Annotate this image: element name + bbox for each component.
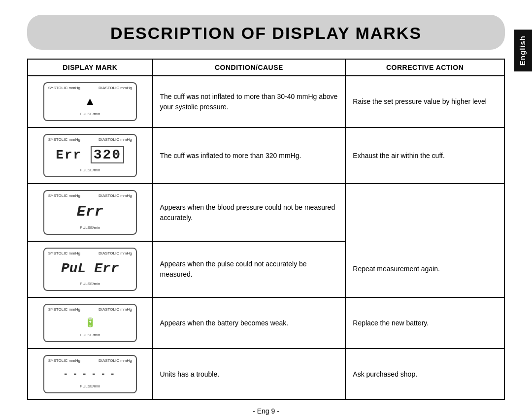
screen-labels-6: SYSTOLIC mmHg DIASTOLIC mmHg bbox=[48, 358, 132, 364]
table-row: SYSTOLIC mmHg DIASTOLIC mmHg Err 320 PUL… bbox=[28, 128, 504, 184]
screen-6: SYSTOLIC mmHg DIASTOLIC mmHg - - - - - -… bbox=[43, 355, 137, 393]
diastolic-label: DIASTOLIC mmHg bbox=[99, 307, 132, 313]
description-table: DISPLAY MARK CONDITION/CAUSE CORRECTIVE … bbox=[27, 59, 505, 400]
screen-4: SYSTOLIC mmHg DIASTOLIC mmHg PuL Err PUL… bbox=[43, 248, 137, 291]
corrective-cell-4: Repeat measurement again. bbox=[345, 241, 504, 297]
screen-labels-2: SYSTOLIC mmHg DIASTOLIC mmHg bbox=[48, 137, 132, 143]
battery-icon: 🔋 bbox=[85, 316, 96, 329]
err-320-display: Err 320 bbox=[56, 145, 124, 165]
corrective-cell-6: Ask purchased shop. bbox=[345, 349, 504, 400]
err-display: Err bbox=[77, 201, 103, 223]
systolic-label: SYSTOLIC mmHg bbox=[48, 307, 80, 313]
condition-cell-6: Units has a trouble. bbox=[153, 349, 346, 400]
screen-5: SYSTOLIC mmHg DIASTOLIC mmHg 🔋 PULSE/min bbox=[43, 304, 137, 342]
screen-bottom-4: PULSE/min bbox=[48, 281, 132, 287]
screen-3: SYSTOLIC mmHg DIASTOLIC mmHg Err PULSE/m… bbox=[43, 190, 137, 235]
condition-cell-2: The cuff was inflated to more than 320 m… bbox=[153, 128, 346, 184]
footer-text: - Eng 9 - bbox=[253, 407, 279, 415]
table-header-row: DISPLAY MARK CONDITION/CAUSE CORRECTIVE … bbox=[28, 59, 504, 76]
screen-bottom-6: PULSE/min bbox=[48, 383, 132, 389]
screen-labels-5: SYSTOLIC mmHg DIASTOLIC mmHg bbox=[48, 307, 132, 313]
screen-bottom-5: PULSE/min bbox=[48, 332, 132, 338]
screen-content-2: Err 320 bbox=[48, 144, 132, 166]
diastolic-label: DIASTOLIC mmHg bbox=[99, 358, 132, 364]
corrective-cell-5: Replace the new battery. bbox=[345, 297, 504, 349]
display-mark-cell-6: SYSTOLIC mmHg DIASTOLIC mmHg - - - - - -… bbox=[28, 349, 153, 400]
screen-content-6: - - - - - - bbox=[48, 365, 132, 383]
diastolic-label: DIASTOLIC mmHg bbox=[99, 251, 132, 256]
col-header-condition: CONDITION/CAUSE bbox=[153, 59, 346, 76]
systolic-label: SYSTOLIC mmHg bbox=[48, 85, 80, 91]
systolic-label: SYSTOLIC mmHg bbox=[48, 358, 80, 364]
display-mark-cell-3: SYSTOLIC mmHg DIASTOLIC mmHg Err PULSE/m… bbox=[28, 184, 153, 241]
page-title: DESCRIPTION OF DISPLAY MARKS bbox=[37, 24, 495, 43]
screen-labels-3: SYSTOLIC mmHg DIASTOLIC mmHg bbox=[48, 193, 132, 199]
screen-2: SYSTOLIC mmHg DIASTOLIC mmHg Err 320 PUL… bbox=[43, 134, 137, 177]
table-row: SYSTOLIC mmHg DIASTOLIC mmHg PuL Err PUL… bbox=[28, 241, 504, 297]
display-mark-cell-4: SYSTOLIC mmHg DIASTOLIC mmHg PuL Err PUL… bbox=[28, 241, 153, 297]
screen-content-5: 🔋 bbox=[48, 314, 132, 331]
screen-content-3: Err bbox=[48, 200, 132, 224]
condition-cell-5: Appears when the battery becomes weak. bbox=[153, 297, 346, 349]
main-content: DESCRIPTION OF DISPLAY MARKS DISPLAY MAR… bbox=[27, 15, 505, 415]
condition-cell-1: The cuff was not inflated to more than 3… bbox=[153, 76, 346, 128]
systolic-label: SYSTOLIC mmHg bbox=[48, 193, 80, 199]
language-tab: English bbox=[514, 30, 532, 71]
condition-cell-4: Appears when the pulse could not accurat… bbox=[153, 241, 346, 297]
screen-bottom-3: PULSE/min bbox=[48, 225, 132, 231]
pul-err-display: PuL Err bbox=[61, 258, 119, 279]
systolic-label: SYSTOLIC mmHg bbox=[48, 251, 80, 256]
col-header-display-mark: DISPLAY MARK bbox=[28, 59, 153, 76]
screen-content-1: ▲ bbox=[48, 92, 132, 110]
table-row: SYSTOLIC mmHg DIASTOLIC mmHg ▲ PULSE/min… bbox=[28, 76, 504, 128]
diastolic-label: DIASTOLIC mmHg bbox=[99, 85, 132, 91]
dashes-display: - - - - - - bbox=[64, 367, 116, 381]
screen-labels-4: SYSTOLIC mmHg DIASTOLIC mmHg bbox=[48, 251, 132, 256]
corrective-cell-2: Exhaust the air within the cuff. bbox=[345, 128, 504, 184]
screen-bottom-1: PULSE/min bbox=[48, 111, 132, 117]
page-title-box: DESCRIPTION OF DISPLAY MARKS bbox=[27, 15, 505, 50]
display-mark-cell-5: SYSTOLIC mmHg DIASTOLIC mmHg 🔋 PULSE/min bbox=[28, 297, 153, 349]
table-row: SYSTOLIC mmHg DIASTOLIC mmHg 🔋 PULSE/min… bbox=[28, 297, 504, 349]
screen-1: SYSTOLIC mmHg DIASTOLIC mmHg ▲ PULSE/min bbox=[43, 82, 137, 121]
diastolic-label: DIASTOLIC mmHg bbox=[99, 193, 132, 199]
table-row: SYSTOLIC mmHg DIASTOLIC mmHg Err PULSE/m… bbox=[28, 184, 504, 241]
display-mark-cell-1: SYSTOLIC mmHg DIASTOLIC mmHg ▲ PULSE/min bbox=[28, 76, 153, 128]
arrow-up-icon: ▲ bbox=[85, 93, 96, 109]
display-mark-cell-2: SYSTOLIC mmHg DIASTOLIC mmHg Err 320 PUL… bbox=[28, 128, 153, 184]
screen-labels-1: SYSTOLIC mmHg DIASTOLIC mmHg bbox=[48, 85, 132, 91]
page-footer: - Eng 9 - bbox=[27, 407, 505, 415]
table-row: SYSTOLIC mmHg DIASTOLIC mmHg - - - - - -… bbox=[28, 349, 504, 400]
screen-content-4: PuL Err bbox=[48, 257, 132, 280]
corrective-cell-1: Raise the set pressure value by higher l… bbox=[345, 76, 504, 128]
corrective-cell-3 bbox=[345, 184, 504, 241]
systolic-label: SYSTOLIC mmHg bbox=[48, 137, 80, 143]
diastolic-label: DIASTOLIC mmHg bbox=[99, 137, 132, 143]
col-header-corrective: CORRECTIVE ACTION bbox=[345, 59, 504, 76]
screen-bottom-2: PULSE/min bbox=[48, 167, 132, 173]
condition-cell-3: Appears when the blood pressure could no… bbox=[153, 184, 346, 241]
